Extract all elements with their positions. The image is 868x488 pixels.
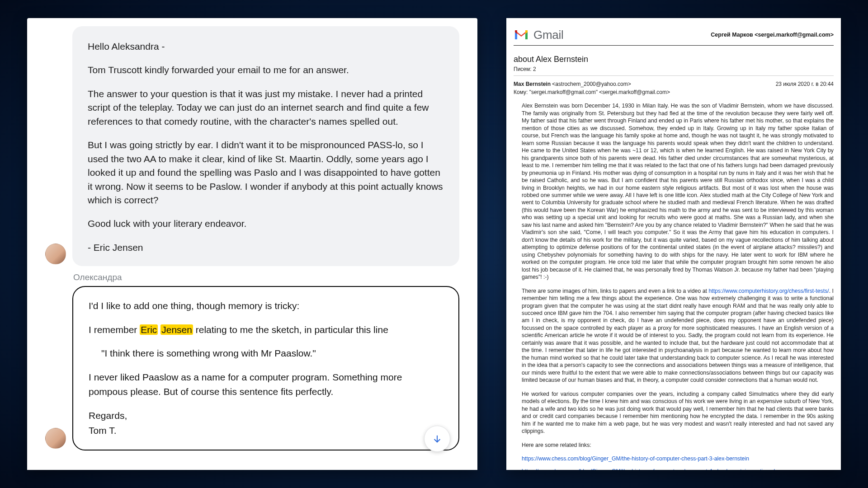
msg-text: I remember Eric Jensen relating to me th…	[89, 323, 443, 338]
mail-paragraph: Alex Bernstein was born December 14, 193…	[522, 102, 834, 281]
arrow-down-icon	[432, 434, 442, 444]
mail-link[interactable]: https://www.computerhistory.org/chess/fi…	[708, 288, 829, 294]
message-bubble-outlined: I'd I like to add one thing, though memo…	[72, 286, 459, 450]
gmail-word: Gmail	[533, 27, 563, 43]
mail-paragraph: There are some images of him, links to p…	[522, 287, 834, 384]
mail-paragraph: He worked for various computer companies…	[522, 390, 834, 435]
msg-text: The answer to your question is that it w…	[88, 87, 444, 128]
thread-count: Писем: 2	[514, 66, 834, 73]
mail-to: Кому: "sergei.markoff@gmail.com" <sergei…	[514, 89, 834, 96]
msg-text: Tom T.	[89, 425, 116, 436]
message-bubble-grey: Hello Aleksandra - Tom Truscott kindly f…	[72, 26, 459, 266]
from-name: Max Bernstein	[514, 81, 551, 87]
msg-text: I remember	[89, 324, 140, 335]
mail-text: . I remember him telling me a few things…	[522, 288, 834, 384]
highlight: Jensen	[160, 324, 193, 335]
avatar	[45, 244, 66, 264]
mail-from: Max Bernstein <astrochem_2000@yahoo.com>	[514, 80, 631, 88]
msg-signature: - Eric Jensen	[88, 241, 444, 254]
from-address: <astrochem_2000@yahoo.com>	[551, 81, 631, 87]
msg-text: I never liked Paaslow as a name for a co…	[89, 370, 443, 399]
scroll-down-button[interactable]	[424, 426, 450, 452]
mail-link[interactable]: https://www.chess.com/blog/Ginger_GM/the…	[522, 455, 749, 462]
mail-meta-row: Max Bernstein <astrochem_2000@yahoo.com>…	[514, 80, 834, 88]
avatar	[45, 428, 66, 449]
gmail-logo: Gmail	[514, 27, 563, 43]
msg-text: I'd I like to add one thing, though memo…	[89, 299, 443, 314]
msg-text: relating to me the sketch, in particular…	[193, 324, 388, 335]
msg-text: Hello Aleksandra -	[88, 40, 444, 53]
mail-subject: about Alex Bernstein	[514, 54, 834, 65]
msg-text: But I was going strictly by ear. I didn'…	[88, 138, 444, 207]
quoted-line: "I think there is something wrong with M…	[89, 346, 443, 361]
account-label: Сергей Марков <sergei.markoff@gmail.com>	[711, 31, 834, 39]
divider	[514, 75, 834, 76]
gmail-icon	[514, 29, 529, 41]
related-links: https://www.chess.com/blog/Ginger_GM/the…	[522, 455, 834, 470]
mail-link[interactable]: https://www.chess.com/blog/Ginger_GM/the…	[522, 468, 775, 470]
gmail-header: Gmail Сергей Марков <sergei.markoff@gmai…	[514, 24, 834, 46]
chat-panel: Hello Aleksandra - Tom Truscott kindly f…	[27, 18, 477, 470]
msg-text: Tom Truscott kindly forwarded your email…	[88, 63, 444, 77]
message-2: I'd I like to add one thing, though memo…	[27, 286, 477, 450]
highlight: Eric	[140, 324, 158, 335]
mail-body: Alex Bernstein was born December 14, 193…	[522, 102, 834, 470]
gmail-print-panel: Gmail Сергей Марков <sergei.markoff@gmai…	[506, 18, 841, 470]
mail-date: 23 июля 2020 г. в 20:44	[776, 80, 834, 88]
mail-text: There are some images of him, links to p…	[522, 288, 708, 294]
message-1: Hello Aleksandra - Tom Truscott kindly f…	[27, 26, 477, 266]
mail-paragraph: Here are some related links:	[522, 441, 834, 449]
msg-signature: Regards, Tom T.	[89, 408, 443, 438]
msg-text: Good luck with your literary endeavor.	[88, 217, 444, 230]
sender-label: Олександра	[73, 272, 477, 282]
msg-text: Regards,	[89, 410, 127, 421]
